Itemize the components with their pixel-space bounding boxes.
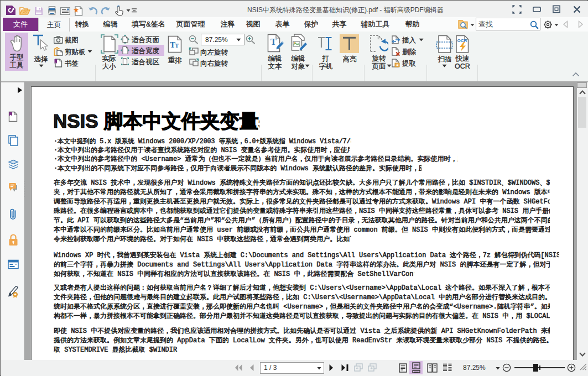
svg-text:OCR: OCR xyxy=(457,38,467,43)
svg-text:T: T xyxy=(270,37,277,46)
svg-text:T: T xyxy=(175,42,179,49)
